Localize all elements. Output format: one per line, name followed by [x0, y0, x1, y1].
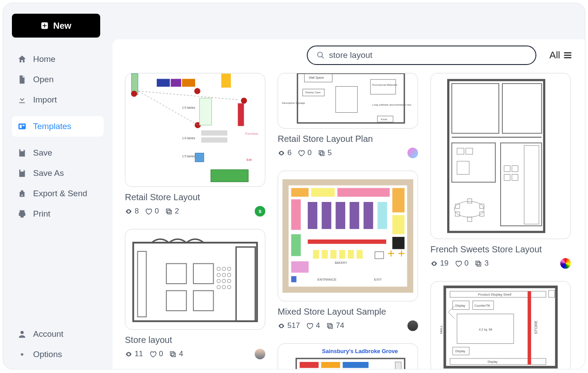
svg-point-19 [194, 88, 200, 94]
svg-rect-76 [337, 188, 390, 197]
svg-text:Promotional Materials: Promotional Materials [372, 84, 397, 86]
search-box[interactable] [307, 46, 536, 65]
svg-rect-39 [166, 263, 186, 283]
sidebar-item-save[interactable]: Save [12, 143, 104, 163]
sidebar-item-print[interactable]: Print [12, 204, 104, 224]
filter-all-button[interactable]: All [550, 49, 573, 61]
svg-rect-22 [238, 103, 244, 126]
author-avatar[interactable] [407, 320, 418, 331]
svg-text:EXIT: EXIT [374, 278, 382, 282]
svg-text:1:5 tables: 1:5 tables [182, 106, 195, 109]
svg-rect-124 [504, 166, 510, 172]
svg-rect-85 [377, 202, 387, 229]
svg-text:MALL: MALL [439, 325, 443, 334]
svg-rect-17 [221, 74, 231, 88]
svg-text:Product Display Shelf: Product Display Shelf [478, 293, 512, 297]
sidebar-item-save-as[interactable]: Save As [12, 163, 104, 183]
gallery-column: French Sweets Store Layout 19 0 3 [430, 73, 571, 369]
template-card[interactable]: Product Display Shelf Display Counter/Ti… [430, 281, 571, 369]
new-button-label: New [53, 21, 71, 31]
svg-rect-123 [524, 145, 539, 224]
svg-rect-36 [166, 209, 170, 213]
svg-rect-153 [549, 290, 555, 297]
main-content: All [113, 39, 585, 369]
svg-rect-95 [357, 250, 363, 259]
author-avatar[interactable] [255, 349, 265, 359]
sidebar-item-options[interactable]: Options [12, 344, 104, 365]
svg-point-52 [227, 279, 231, 283]
topbar: All [125, 46, 573, 65]
svg-rect-4 [20, 125, 22, 128]
svg-rect-89 [291, 261, 309, 273]
svg-rect-83 [350, 202, 359, 229]
heart-icon [298, 149, 305, 157]
svg-rect-91 [322, 250, 328, 259]
template-stats: 19 0 3 [430, 259, 489, 268]
template-stats: 8 0 2 [125, 207, 179, 216]
svg-rect-120 [466, 148, 473, 154]
template-stats: 517 4 74 [278, 321, 344, 330]
svg-rect-58 [298, 73, 404, 123]
template-card[interactable]: ENTRANCE EXIT BAKERY Mixed Store Layout … [278, 171, 418, 331]
svg-rect-2 [43, 25, 47, 26]
svg-rect-27 [211, 170, 249, 182]
svg-rect-127 [512, 174, 518, 180]
sidebar-item-account[interactable]: Account [12, 324, 104, 344]
new-button[interactable]: New [12, 14, 100, 38]
svg-text:Descriptive Signage: Descriptive Signage [282, 102, 305, 104]
template-card[interactable]: Wall Space Display Case Promotional Mate… [278, 73, 418, 158]
gear-icon [17, 350, 27, 359]
template-gallery: 1:5 tables 1:6 tables 1:5 tables Purchas… [125, 73, 573, 369]
svg-rect-82 [335, 202, 345, 229]
svg-text:Wall Space: Wall Space [309, 76, 324, 80]
svg-rect-75 [311, 188, 335, 197]
template-thumbnail: Product Display Shelf Display Counter/Ti… [430, 281, 571, 369]
author-avatar[interactable] [407, 148, 418, 158]
svg-rect-92 [331, 250, 337, 259]
eye-icon [278, 322, 285, 330]
svg-text:Display: Display [487, 360, 498, 364]
sidebar-item-open[interactable]: Open [12, 69, 104, 90]
svg-rect-110 [343, 362, 369, 368]
svg-rect-64 [370, 80, 396, 94]
sidebar-item-export-send[interactable]: Export & Send [12, 183, 104, 204]
svg-rect-86 [392, 215, 405, 234]
template-card[interactable]: Store layout 11 0 4 [125, 229, 265, 359]
svg-line-28 [139, 91, 239, 100]
template-title: French Sweets Store Layout [430, 244, 571, 255]
svg-text:1:6 tables: 1:6 tables [182, 137, 195, 140]
template-card[interactable]: 1:5 tables 1:6 tables 1:5 tables Purchas… [125, 73, 265, 217]
copy-icon [475, 260, 482, 267]
svg-text:Display Case: Display Case [305, 91, 321, 94]
sidebar-item-label: Export & Send [33, 189, 87, 198]
author-avatar[interactable]: s [255, 206, 265, 217]
svg-text:4.2 sq. Mt: 4.2 sq. Mt [479, 328, 492, 331]
save-as-icon [17, 168, 27, 178]
sidebar-item-label: Print [33, 209, 50, 219]
svg-rect-15 [171, 79, 181, 87]
svg-rect-43 [236, 247, 255, 321]
eye-icon [125, 208, 132, 215]
eye-icon [430, 260, 438, 267]
template-card[interactable]: Sainsbury's Ladbroke Grove [278, 343, 418, 369]
search-input[interactable] [329, 50, 526, 60]
sidebar-item-templates[interactable]: Templates [12, 116, 104, 137]
print-icon [17, 209, 27, 219]
author-avatar[interactable] [560, 258, 571, 269]
sidebar-nav: Home Open Import Templates Save [12, 49, 104, 224]
svg-point-51 [222, 279, 226, 283]
heart-icon [455, 260, 462, 267]
svg-rect-118 [452, 143, 495, 182]
heart-icon [306, 322, 313, 330]
eye-icon [125, 350, 132, 358]
svg-rect-132 [480, 212, 484, 216]
sidebar-item-import[interactable]: Import [12, 90, 104, 110]
search-icon [317, 51, 325, 60]
export-icon [17, 189, 27, 198]
template-thumbnail [125, 229, 265, 330]
svg-rect-81 [322, 202, 332, 229]
svg-rect-148 [450, 358, 546, 365]
template-card[interactable]: French Sweets Store Layout 19 0 3 [430, 73, 571, 269]
account-icon [17, 329, 27, 339]
sidebar-item-home[interactable]: Home [12, 49, 104, 69]
